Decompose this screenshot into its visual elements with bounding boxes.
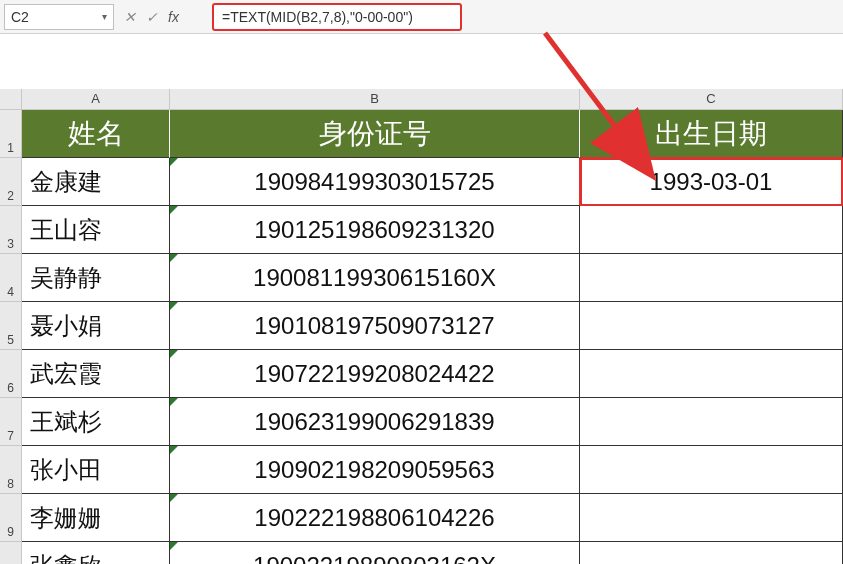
column-headers: A B C	[0, 89, 843, 110]
table-row: 7 王斌杉 190623199006291839	[0, 398, 843, 446]
cell-dob[interactable]	[580, 446, 843, 494]
cell-dob[interactable]	[580, 254, 843, 302]
col-header-B[interactable]: B	[170, 89, 580, 110]
row-header[interactable]: 9	[0, 494, 22, 542]
cell-name[interactable]: 张鑫欣	[22, 542, 170, 564]
cell-id[interactable]: 190984199303015725	[170, 158, 580, 206]
col-header-C[interactable]: C	[580, 89, 843, 110]
row-header[interactable]: 10	[0, 542, 22, 564]
cell-name[interactable]: 聂小娟	[22, 302, 170, 350]
cell-name[interactable]: 李姗姗	[22, 494, 170, 542]
table-row: 3 王山容 190125198609231320	[0, 206, 843, 254]
cell-id[interactable]: 190108197509073127	[170, 302, 580, 350]
cell-id[interactable]: 190902198209059563	[170, 446, 580, 494]
formula-bar: C2 ▾ ✕ ✓ fx =TEXT(MID(B2,7,8),"0-00-00")	[0, 0, 843, 34]
spreadsheet-grid: 1 姓名 身份证号 出生日期 2 金康建 190984199303015725 …	[0, 110, 843, 564]
select-all-corner[interactable]	[0, 89, 22, 110]
row-header[interactable]: 2	[0, 158, 22, 206]
row-header-1[interactable]: 1	[0, 110, 22, 158]
table-row: 10 张鑫欣 19002219890803162X	[0, 542, 843, 564]
cell-id[interactable]: 190722199208024422	[170, 350, 580, 398]
table-row: 9 李姗姗 190222198806104226	[0, 494, 843, 542]
table-row: 6 武宏霞 190722199208024422	[0, 350, 843, 398]
row-header[interactable]: 4	[0, 254, 22, 302]
col-header-A[interactable]: A	[22, 89, 170, 110]
row-header[interactable]: 7	[0, 398, 22, 446]
cell-dob[interactable]	[580, 398, 843, 446]
header-id[interactable]: 身份证号	[170, 110, 580, 158]
cell-dob[interactable]	[580, 350, 843, 398]
ribbon-placeholder	[0, 34, 843, 89]
table-row: 8 张小田 190902198209059563	[0, 446, 843, 494]
cell-dob[interactable]	[580, 494, 843, 542]
cell-dob[interactable]	[580, 302, 843, 350]
cell-reference: C2	[11, 9, 29, 25]
cell-dob[interactable]: 1993-03-01	[580, 158, 843, 206]
cell-name[interactable]: 武宏霞	[22, 350, 170, 398]
cell-dob[interactable]	[580, 542, 843, 564]
formula-input[interactable]: =TEXT(MID(B2,7,8),"0-00-00")	[212, 3, 462, 31]
cell-name[interactable]: 王山容	[22, 206, 170, 254]
cell-name[interactable]: 王斌杉	[22, 398, 170, 446]
formula-buttons: ✕ ✓ fx	[124, 9, 204, 25]
row-header[interactable]: 3	[0, 206, 22, 254]
cell-id[interactable]: 19008119930615160X	[170, 254, 580, 302]
table-row: 5 聂小娟 190108197509073127	[0, 302, 843, 350]
table-row: 4 吴静静 19008119930615160X	[0, 254, 843, 302]
row-header[interactable]: 6	[0, 350, 22, 398]
row-header[interactable]: 5	[0, 302, 22, 350]
table-header-row: 1 姓名 身份证号 出生日期	[0, 110, 843, 158]
table-row: 2 金康建 190984199303015725 1993-03-01	[0, 158, 843, 206]
name-box[interactable]: C2 ▾	[4, 4, 114, 30]
header-dob[interactable]: 出生日期	[580, 110, 843, 158]
cell-name[interactable]: 金康建	[22, 158, 170, 206]
row-header[interactable]: 8	[0, 446, 22, 494]
check-icon[interactable]: ✓	[146, 9, 158, 25]
cell-name[interactable]: 张小田	[22, 446, 170, 494]
cell-name[interactable]: 吴静静	[22, 254, 170, 302]
cell-id[interactable]: 190623199006291839	[170, 398, 580, 446]
chevron-down-icon[interactable]: ▾	[102, 11, 107, 22]
cancel-icon[interactable]: ✕	[124, 9, 136, 25]
fx-icon[interactable]: fx	[168, 9, 179, 25]
header-name[interactable]: 姓名	[22, 110, 170, 158]
formula-text: =TEXT(MID(B2,7,8),"0-00-00")	[222, 9, 413, 25]
cell-id[interactable]: 190222198806104226	[170, 494, 580, 542]
cell-id[interactable]: 190125198609231320	[170, 206, 580, 254]
cell-dob[interactable]	[580, 206, 843, 254]
cell-id[interactable]: 19002219890803162X	[170, 542, 580, 564]
